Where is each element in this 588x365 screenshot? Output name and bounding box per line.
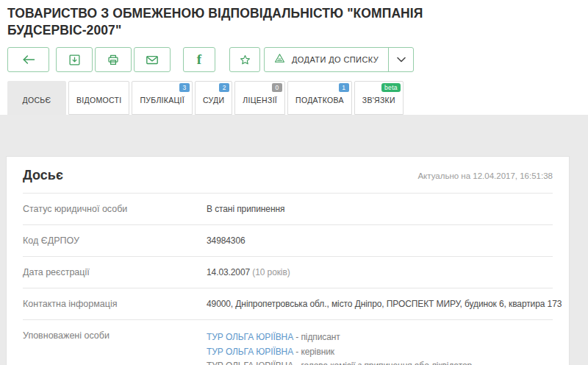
row-registration-date: Дата реєстрації 14.03.2007 (10 років)	[23, 257, 553, 288]
dossier-header: Досьє Актуально на 12.04.2017, 16:51:38	[7, 157, 569, 193]
envelope-icon	[146, 54, 159, 65]
tab-connections[interactable]: beta ЗВ'ЯЗКИ	[354, 81, 404, 115]
toolbar: f ДОДАТИ ДО СПИСКУ	[7, 47, 581, 72]
tab-dossier[interactable]: ДОСЬЄ	[7, 81, 66, 115]
authorized-person: ТУР ОЛЬГА ЮРІЇВНА - керівник	[207, 345, 472, 360]
tab-publications[interactable]: 3 ПУБЛІКАЦІЇ	[132, 81, 193, 115]
company-profile-page: ТОВАРИСТВО З ОБМЕЖЕНОЮ ВІДПОВІДАЛЬНІСТЮ …	[0, 0, 588, 365]
beta-badge: beta	[381, 83, 401, 92]
print-button[interactable]	[95, 47, 132, 72]
age-note: (10 років)	[250, 267, 290, 277]
person-name-link[interactable]: ТУР ОЛЬГА ЮРІЇВНА	[207, 347, 293, 357]
tab-label: СУДИ	[203, 91, 224, 104]
row-label: Код ЄДРПОУ	[23, 235, 207, 246]
facebook-share-button[interactable]: f	[183, 47, 215, 72]
row-label: Статус юридичної особи	[23, 204, 207, 214]
tab-label: ПОДАТКОВА	[295, 91, 344, 104]
back-button[interactable]	[7, 47, 49, 72]
row-edrpou-code: Код ЄДРПОУ 34984306	[23, 225, 553, 257]
date-value: 14.03.2007	[207, 267, 250, 277]
authorized-person: ТУР ОЛЬГА ЮРІЇВНА - підписант	[207, 330, 472, 345]
tab-courts[interactable]: 2 СУДИ	[195, 81, 232, 115]
tab-bar: ДОСЬЄ ВІДОМОСТІ 3 ПУБЛІКАЦІЇ 2 СУДИ 0 ЛІ…	[0, 81, 588, 115]
edrpou-value: 34984306	[207, 235, 245, 246]
authorized-persons-list: ТУР ОЛЬГА ЮРІЇВНА - підписант ТУР ОЛЬГА …	[207, 330, 472, 365]
status-value: В стані припинення	[207, 204, 284, 214]
tab-details[interactable]: ВІДОМОСТІ	[68, 81, 129, 115]
tab-label: ПУБЛІКАЦІЇ	[140, 91, 184, 104]
tab-label: ЗВ'ЯЗКИ	[362, 91, 395, 104]
add-to-list-button[interactable]: ДОДАТИ ДО СПИСКУ	[265, 48, 388, 71]
facebook-icon: f	[197, 52, 201, 68]
email-button[interactable]	[134, 47, 171, 72]
courts-count-badge: 2	[219, 83, 229, 92]
page-title: ТОВАРИСТВО З ОБМЕЖЕНОЮ ВІДПОВІДАЛЬНІСТЮ …	[7, 5, 448, 39]
add-to-list-dropdown[interactable]	[388, 48, 413, 71]
registration-date-value: 14.03.2007 (10 років)	[207, 267, 290, 277]
add-to-list-group: ДОДАТИ ДО СПИСКУ	[264, 47, 414, 72]
row-legal-status: Статус юридичної особи В стані припиненн…	[23, 194, 553, 225]
row-authorized-persons: Уповноважені особи ТУР ОЛЬГА ЮРІЇВНА - п…	[23, 320, 553, 365]
download-button[interactable]	[56, 47, 93, 72]
content-background: Досьє Актуально на 12.04.2017, 16:51:38 …	[0, 115, 588, 365]
person-role: - підписант	[293, 332, 340, 342]
tab-tax[interactable]: 1 ПОДАТКОВА	[287, 81, 352, 115]
person-name-link[interactable]: ТУР ОЛЬГА ЮРІЇВНА	[207, 332, 293, 342]
chevron-down-icon	[396, 53, 406, 66]
publications-count-badge: 3	[179, 83, 190, 92]
row-contact-info: Контактна інформація 49000, Дніпропетров…	[23, 288, 553, 320]
striped-triangle-icon	[274, 53, 285, 66]
tab-label: ДОСЬЄ	[23, 91, 51, 104]
address-value: 49000, Дніпропетровська обл., місто Дніп…	[207, 299, 562, 309]
person-role: - голова комісії з припинення або ліквід…	[293, 361, 472, 365]
star-icon	[239, 54, 251, 66]
row-label: Контактна інформація	[23, 299, 207, 309]
arrow-left-icon	[21, 54, 36, 65]
licenses-count-badge: 0	[272, 83, 282, 92]
tab-licenses[interactable]: 0 ЛІЦЕНЗІЇ	[234, 81, 285, 115]
row-label: Уповноважені особи	[23, 330, 207, 341]
actuality-timestamp: Актуально на 12.04.2017, 16:51:38	[417, 171, 553, 180]
person-role: - керівник	[293, 347, 334, 357]
tab-label: ЛІЦЕНЗІЇ	[243, 91, 277, 104]
authorized-person: ТУР ОЛЬГА ЮРІЇВНА - голова комісії з при…	[207, 359, 472, 365]
printer-icon	[107, 54, 120, 66]
dossier-heading: Досьє	[23, 168, 63, 183]
download-icon	[68, 54, 81, 66]
person-name-plain: ТУР ОЛЬГА ЮРІЇВНА	[207, 361, 293, 365]
add-to-list-label: ДОДАТИ ДО СПИСКУ	[292, 55, 379, 64]
dossier-card: Досьє Актуально на 12.04.2017, 16:51:38 …	[6, 156, 570, 365]
favorite-button[interactable]	[229, 47, 260, 72]
tax-count-badge: 1	[339, 83, 349, 92]
tab-label: ВІДОМОСТІ	[76, 91, 121, 104]
row-label: Дата реєстрації	[23, 267, 207, 277]
